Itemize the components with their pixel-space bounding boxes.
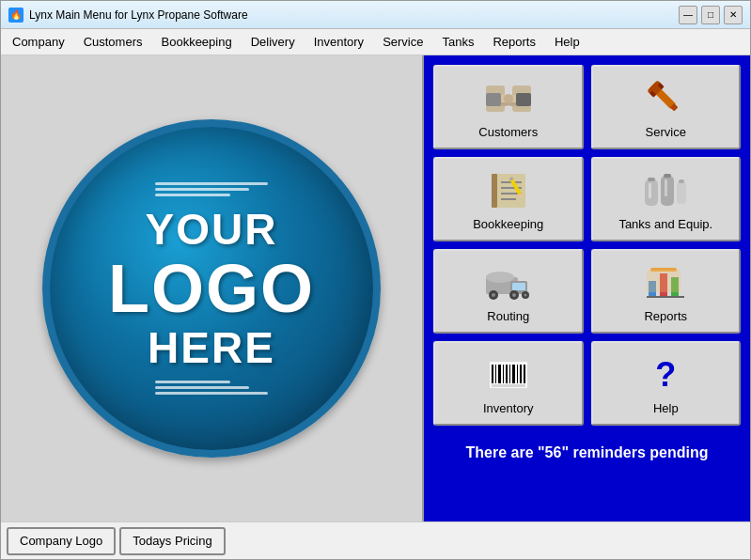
svg-point-39 <box>524 293 526 296</box>
logo-lines-bottom <box>155 381 268 395</box>
right-panel: Customers <box>424 55 750 521</box>
book-icon <box>484 168 533 213</box>
todays-pricing-tab[interactable]: Todays Pricing <box>119 527 226 555</box>
left-panel: YOUR LOGO HERE <box>1 55 424 521</box>
customers-button[interactable]: Customers <box>433 65 584 149</box>
svg-rect-49 <box>498 365 501 383</box>
svg-rect-29 <box>665 179 667 196</box>
bookkeeping-button[interactable]: Bookkeeping <box>433 157 584 241</box>
bookkeeping-label: Bookkeeping <box>473 217 543 231</box>
menu-item-inventory[interactable]: Inventory <box>305 29 373 54</box>
menu-item-tanks[interactable]: Tanks <box>432 29 483 54</box>
question-icon: ? <box>641 352 690 397</box>
logo-text-here: HERE <box>148 322 275 373</box>
menu-item-help[interactable]: Help <box>545 29 589 54</box>
svg-rect-51 <box>506 365 508 383</box>
reports-label: Reports <box>644 309 687 323</box>
service-label: Service <box>646 125 686 139</box>
grid-row-4: Inventory ? Help <box>433 341 741 426</box>
window-controls: — □ ✕ <box>679 6 743 24</box>
grid-row-3: Routing <box>433 249 741 334</box>
svg-rect-47 <box>492 365 493 383</box>
logo-text-your: YOUR <box>146 204 278 255</box>
svg-rect-26 <box>664 174 671 178</box>
svg-rect-25 <box>648 178 655 181</box>
minimize-button[interactable]: — <box>679 6 697 24</box>
svg-point-37 <box>512 293 516 297</box>
logo-line-5 <box>155 386 249 389</box>
title-bar: 🔥 Lynx Main Menu for Lynx Propane Softwa… <box>1 1 750 29</box>
menu-item-reports[interactable]: Reports <box>483 29 545 54</box>
logo-circle: YOUR LOGO HERE <box>42 119 381 458</box>
logo-line-1 <box>155 182 268 185</box>
svg-rect-14 <box>492 174 497 208</box>
svg-point-35 <box>492 293 495 297</box>
svg-rect-24 <box>677 181 686 204</box>
menu-item-customers[interactable]: Customers <box>74 29 152 54</box>
svg-rect-7 <box>516 93 531 106</box>
company-logo-tab[interactable]: Company Logo <box>7 527 116 555</box>
wrench-icon <box>641 76 690 121</box>
menu-item-company[interactable]: Company <box>3 29 74 54</box>
close-button[interactable]: ✕ <box>724 6 743 24</box>
tanks-label: Tanks and Equip. <box>618 217 712 231</box>
grid-row-2: Bookkeeping <box>433 157 741 241</box>
svg-rect-18 <box>501 198 516 200</box>
svg-rect-27 <box>679 179 684 183</box>
logo-line-2 <box>155 188 249 191</box>
svg-rect-54 <box>517 365 518 383</box>
logo-lines-top <box>155 182 268 196</box>
reports-button[interactable]: Reports <box>591 249 742 334</box>
inventory-label: Inventory <box>483 401 533 415</box>
handshake-icon <box>484 76 533 121</box>
svg-rect-40 <box>647 296 684 298</box>
svg-rect-45 <box>647 270 681 292</box>
service-button[interactable]: Service <box>591 65 742 149</box>
logo-line-3 <box>155 194 230 196</box>
svg-rect-6 <box>486 93 501 106</box>
logo-text-logo: LOGO <box>108 255 315 322</box>
window-title: Lynx Main Menu for Lynx Propane Software <box>29 8 679 22</box>
maximize-button[interactable]: □ <box>701 6 720 24</box>
menu-item-service[interactable]: Service <box>373 29 432 54</box>
bottom-bar: Company Logo Todays Pricing <box>1 521 750 559</box>
help-button[interactable]: ? Help <box>591 341 742 426</box>
svg-rect-52 <box>509 365 510 383</box>
svg-rect-57 <box>492 384 525 387</box>
logo-line-6 <box>155 392 268 395</box>
customers-label: Customers <box>478 125 538 139</box>
svg-rect-56 <box>524 365 525 383</box>
chart-icon <box>641 260 690 305</box>
svg-rect-55 <box>520 365 522 383</box>
grid-row-1: Customers <box>433 65 741 149</box>
tanks-button[interactable]: Tanks and Equip. <box>591 157 742 241</box>
main-content: YOUR LOGO HERE <box>1 55 750 521</box>
help-label: Help <box>653 401 679 415</box>
svg-rect-53 <box>512 365 515 383</box>
svg-rect-50 <box>503 365 504 383</box>
truck-icon <box>484 260 533 305</box>
menu-bar: CompanyCustomersBookkeepingDeliveryInven… <box>1 29 750 55</box>
svg-rect-48 <box>495 365 496 383</box>
svg-rect-32 <box>512 283 525 290</box>
svg-rect-28 <box>649 183 651 198</box>
menu-item-delivery[interactable]: Delivery <box>242 29 305 54</box>
svg-point-33 <box>486 272 514 283</box>
logo-line-4 <box>155 381 230 383</box>
barcode-icon <box>484 352 533 397</box>
main-window: 🔥 Lynx Main Menu for Lynx Propane Softwa… <box>0 0 751 560</box>
app-icon: 🔥 <box>8 8 23 23</box>
inventory-button[interactable]: Inventory <box>433 341 584 426</box>
reminders-text: There are "56" reminders pending <box>433 437 741 469</box>
menu-item-bookkeeping[interactable]: Bookkeeping <box>152 29 242 54</box>
routing-button[interactable]: Routing <box>433 249 584 334</box>
svg-point-5 <box>504 94 513 103</box>
tank-icon <box>641 168 690 213</box>
routing-label: Routing <box>487 309 529 323</box>
